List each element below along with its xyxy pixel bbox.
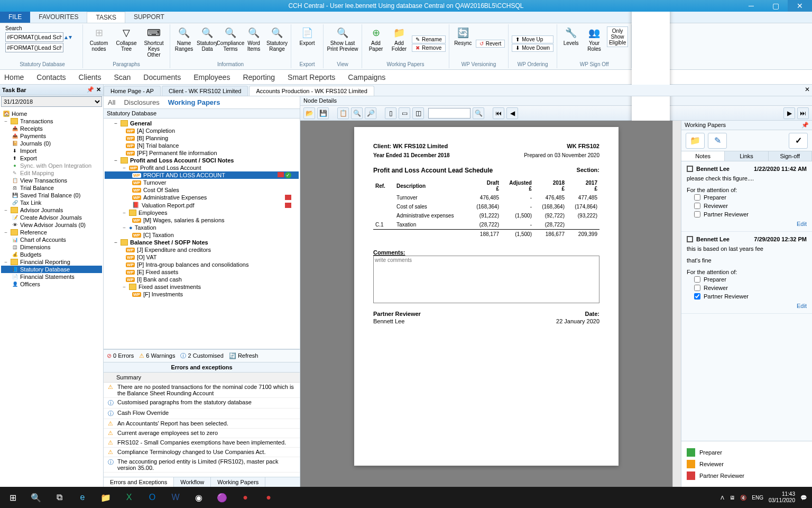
- tree-view-advisor[interactable]: 👁View Advisor Journals (0): [1, 221, 102, 229]
- rename-button[interactable]: ✎ Rename: [412, 35, 446, 43]
- word-items-button[interactable]: 🔍Word Items: [243, 26, 264, 52]
- rp-folder-button[interactable]: 📁: [686, 133, 705, 149]
- collapse-tree-button[interactable]: ▽Collapse Tree: [114, 26, 139, 52]
- tree-saved-tb[interactable]: 💾Saved Trial Balance (0): [1, 192, 102, 199]
- tb-zoomin-icon[interactable]: 🔎: [365, 107, 376, 119]
- tree-financial-statements[interactable]: 📄Financial Statements: [1, 273, 102, 280]
- st-pl-notes[interactable]: −Profit and Loss Account / SOCI Notes: [105, 157, 299, 164]
- explorer-icon[interactable]: 📁: [94, 487, 117, 508]
- tb-next-icon[interactable]: ▶: [783, 107, 795, 119]
- customised-count[interactable]: ⓘ 2 Customised: [180, 352, 223, 360]
- midtab-all[interactable]: All: [108, 98, 115, 106]
- tree-home[interactable]: 🏠Home: [1, 110, 102, 117]
- st-trial-balance[interactable]: WP[N] Trial balance: [105, 142, 299, 149]
- tree-journals[interactable]: 📔Journals (0): [1, 140, 102, 147]
- error-row[interactable]: ⚠An Accountants' Report has been selecte…: [104, 419, 300, 429]
- tb-find-input[interactable]: [428, 108, 470, 119]
- nav-employees[interactable]: Employees: [193, 73, 230, 81]
- search-format-input[interactable]: [5, 43, 63, 52]
- menu-tasks[interactable]: TASKS: [87, 12, 125, 23]
- nav-scan[interactable]: Scan: [114, 73, 131, 81]
- error-row[interactable]: ⓘCash Flow Override: [104, 409, 300, 419]
- st-turnover[interactable]: WPTurnover: [105, 179, 299, 186]
- st-planning[interactable]: WP[B] Planning: [105, 134, 299, 142]
- period-select[interactable]: 31/12/2018: [1, 96, 102, 107]
- nav-clients[interactable]: Clients: [79, 73, 102, 81]
- nav-home[interactable]: Home: [4, 73, 24, 81]
- midtab-disclosures[interactable]: Disclosures: [124, 98, 159, 106]
- st-general[interactable]: −General: [105, 120, 299, 127]
- rp-pin-icon[interactable]: 📌: [801, 122, 809, 129]
- tree-reference[interactable]: −Reference: [1, 229, 102, 236]
- app2-icon[interactable]: ●: [234, 487, 257, 508]
- rp-tab-links[interactable]: Links: [725, 151, 768, 161]
- rp-edit-button[interactable]: ✎: [708, 133, 727, 149]
- error-row[interactable]: ⚠There are no posted transactions for th…: [104, 383, 300, 398]
- st-bank-cash[interactable]: WP[I] Bank and cash: [105, 276, 299, 283]
- chk-partner-reviewer[interactable]: [694, 293, 700, 300]
- app3-icon[interactable]: ●: [257, 487, 280, 508]
- st-pl-account-selected[interactable]: WPPROFIT AND LOSS ACCOUNT✓: [105, 171, 299, 179]
- ie-icon[interactable]: e: [71, 487, 94, 508]
- st-pl-account[interactable]: −WPProfit and Loss Account: [105, 164, 299, 171]
- taskbar-close-icon[interactable]: ✕: [96, 86, 101, 93]
- btab-errors[interactable]: Errors and Exceptions: [104, 477, 174, 487]
- st-c-taxation[interactable]: WP[C] Taxation: [105, 231, 299, 239]
- excel-icon[interactable]: X: [117, 487, 141, 508]
- statutory-range-button[interactable]: 🔍Statutory Range: [266, 26, 288, 52]
- nav-smart-reports[interactable]: Smart Reports: [288, 73, 335, 81]
- rp-tab-notes[interactable]: Notes: [681, 151, 725, 161]
- st-cost-of-sales[interactable]: WPCost Of Sales: [105, 186, 299, 194]
- nav-contacts[interactable]: Contacts: [36, 73, 66, 81]
- chk-preparer[interactable]: [694, 194, 700, 201]
- tree-statutory-db[interactable]: 📘Statutory Database: [1, 266, 102, 273]
- chk-reviewer[interactable]: [694, 203, 700, 209]
- tree-transactions[interactable]: −Transactions: [1, 117, 102, 125]
- tb-layout1-icon[interactable]: ▯: [385, 107, 396, 119]
- tree-trial-balance[interactable]: ⚖Trial Balance: [1, 184, 102, 192]
- tree-chart-accounts[interactable]: 📊Chart of Accounts: [1, 236, 102, 243]
- refresh-button[interactable]: 🔄 Refresh: [229, 352, 259, 359]
- tab-home-page[interactable]: Home Page - AP: [104, 86, 161, 96]
- chk-preparer[interactable]: [694, 276, 700, 283]
- outlook-icon[interactable]: O: [141, 487, 164, 508]
- st-investments[interactable]: WP[F] Investments: [105, 291, 299, 298]
- tray-clock[interactable]: 11:4303/11/2020: [769, 491, 795, 504]
- st-expenditure[interactable]: WP[J] Expenditure and creditors: [105, 246, 299, 253]
- warnings-count[interactable]: ⚠ 6 Warnings: [139, 352, 175, 359]
- st-intragroup[interactable]: WP[P] Intra-group balances and consolida…: [105, 261, 299, 268]
- errors-count[interactable]: ⊘ 0 Errors: [107, 352, 134, 359]
- comments-input[interactable]: [373, 256, 599, 303]
- tb-prev-icon[interactable]: ◀: [506, 107, 518, 119]
- tray-volume-icon[interactable]: 🔇: [740, 495, 746, 501]
- add-folder-button[interactable]: 📁Add Folder: [389, 26, 410, 52]
- tray-lang[interactable]: ENG: [752, 495, 763, 501]
- tree-tax-link[interactable]: 🔗Tax Link: [1, 199, 102, 206]
- menu-support[interactable]: SUPPORT: [125, 12, 173, 23]
- tree-budgets[interactable]: 💰Budgets: [1, 251, 102, 258]
- tree-import[interactable]: ⬇Import: [1, 147, 102, 155]
- remove-button[interactable]: ✖ Remove: [412, 44, 446, 52]
- tab-accounts-production[interactable]: Accounts Production - WK FRS102 Limited: [249, 86, 374, 96]
- app1-icon[interactable]: 🟣: [210, 487, 234, 508]
- error-row[interactable]: ⚠Current average employees set to zero: [104, 429, 300, 438]
- chrome-icon[interactable]: ◉: [187, 487, 210, 508]
- word-icon[interactable]: W: [164, 487, 187, 508]
- tb-open-icon[interactable]: 📂: [303, 107, 315, 119]
- tray-network-icon[interactable]: 🖥: [730, 495, 735, 501]
- st-bs-notes[interactable]: −Balance Sheet / SOFP Notes: [105, 239, 299, 246]
- tree-financial-reporting[interactable]: −Financial Reporting: [1, 258, 102, 266]
- menu-favourites[interactable]: FAVOURITES: [30, 12, 87, 23]
- your-roles-button[interactable]: 👥Your Roles: [584, 26, 605, 52]
- st-taxation[interactable]: −●Taxation: [105, 224, 299, 231]
- tb-save-icon[interactable]: 💾: [317, 107, 329, 119]
- close-button[interactable]: ✕: [788, 0, 812, 12]
- st-admin-expenses[interactable]: WPAdministrative Expenses: [105, 194, 299, 201]
- tb-find-icon[interactable]: 🔍: [473, 107, 484, 119]
- revert-button[interactable]: ↺ Revert: [476, 40, 505, 48]
- error-row[interactable]: ⚠FRS102 - Small Companies exemptions hav…: [104, 438, 300, 448]
- chk-reviewer[interactable]: [694, 285, 700, 291]
- move-down-button[interactable]: ⬇ Move Down: [512, 44, 553, 52]
- add-paper-button[interactable]: ⊕Add Paper: [365, 26, 386, 52]
- nav-documents[interactable]: Documents: [143, 73, 181, 81]
